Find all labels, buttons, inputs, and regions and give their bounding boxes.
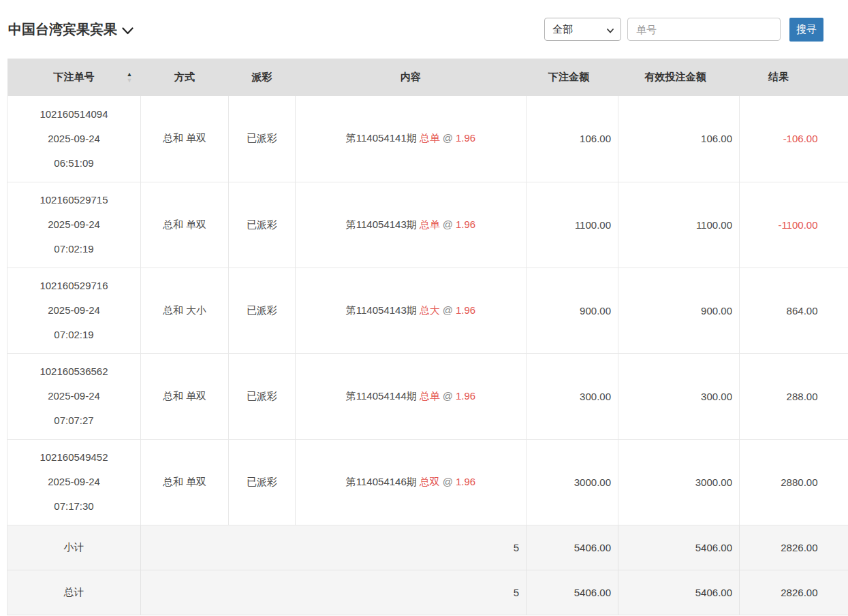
content-cell: 第114054143期总大@1.96	[296, 268, 527, 353]
subtotal-row: 小计 5 5406.00 5406.00 2826.00	[7, 525, 848, 570]
at-sign: @	[443, 390, 453, 402]
payout-status-cell: 已派彩	[229, 439, 296, 525]
column-header-content: 内容	[296, 59, 527, 96]
game-title-dropdown[interactable]: 中国台湾宾果宾果	[8, 20, 134, 39]
payout-status-cell: 已派彩	[229, 353, 296, 439]
search-controls: 全部 搜寻	[544, 18, 823, 42]
odds-value: 1.96	[456, 390, 475, 402]
total-result: 2826.00	[740, 570, 848, 615]
status-filter-value: 全部	[552, 23, 573, 36]
chevron-down-icon	[122, 27, 134, 35]
valid-amount-cell: 900.00	[618, 268, 740, 353]
issue-number: 第114054143期	[346, 218, 417, 230]
content-cell: 第114054144期总单@1.96	[296, 353, 527, 439]
total-bet-amount: 5406.00	[527, 570, 618, 615]
valid-amount-cell: 1100.00	[618, 182, 740, 268]
content-cell: 第114054143期总单@1.96	[296, 182, 527, 268]
total-valid-amount: 5406.00	[618, 570, 740, 615]
bet-amount-cell: 300.00	[527, 353, 618, 439]
bet-order-cell: 102160536562 2025-09-24 07:07:27	[7, 353, 141, 439]
bet-date: 2025-09-24	[7, 384, 140, 408]
bet-order-cell: 102160514094 2025-09-24 06:51:09	[7, 96, 141, 182]
total-label: 总计	[7, 570, 141, 615]
order-number: 102160536562	[7, 359, 140, 384]
bet-order-cell: 102160549452 2025-09-24 07:17:30	[7, 439, 141, 525]
sort-control[interactable]: ▲ ▼	[127, 71, 133, 84]
bet-amount-cell: 106.00	[527, 96, 618, 182]
status-filter-select[interactable]: 全部	[544, 18, 621, 41]
column-header-method: 方式	[141, 59, 229, 96]
table-row: 102160529715 2025-09-24 07:02:19 总和 单双 已…	[7, 182, 848, 268]
bet-time: 07:02:19	[7, 323, 140, 347]
method-cell: 总和 大小	[141, 268, 229, 353]
total-row: 总计 5 5406.00 5406.00 2826.00	[7, 570, 848, 615]
table-row: 102160514094 2025-09-24 06:51:09 总和 单双 已…	[7, 96, 848, 182]
table-row: 102160529716 2025-09-24 07:02:19 总和 大小 已…	[7, 268, 848, 353]
select-chevron-icon	[607, 24, 614, 35]
method-cell: 总和 单双	[141, 353, 229, 439]
subtotal-valid-amount: 5406.00	[618, 525, 740, 570]
odds-value: 1.96	[456, 132, 475, 144]
valid-amount-cell: 300.00	[618, 353, 740, 439]
bet-date: 2025-09-24	[7, 470, 140, 494]
subtotal-result: 2826.00	[740, 525, 848, 570]
bet-order-cell: 102160529716 2025-09-24 07:02:19	[7, 268, 141, 353]
at-sign: @	[443, 476, 453, 487]
order-number: 102160514094	[7, 102, 140, 127]
table-row: 102160549452 2025-09-24 07:17:30 总和 单双 已…	[7, 439, 848, 525]
issue-number: 第114054143期	[346, 304, 417, 316]
result-cell: 2880.00	[740, 439, 848, 525]
bet-amount-cell: 900.00	[527, 268, 618, 353]
payout-status-cell: 已派彩	[229, 268, 296, 353]
order-number: 102160549452	[7, 445, 140, 470]
column-header-result: 结果	[740, 59, 848, 96]
bet-time: 07:07:27	[7, 408, 140, 433]
content-cell: 第114054146期总双@1.96	[296, 439, 527, 525]
issue-number: 第114054146期	[346, 476, 417, 487]
bet-option: 总单	[420, 132, 440, 144]
total-count: 5	[141, 570, 527, 615]
method-cell: 总和 单双	[141, 96, 229, 182]
order-number-input[interactable]	[627, 18, 781, 41]
result-cell: 864.00	[740, 268, 848, 353]
payout-status-cell: 已派彩	[229, 182, 296, 268]
search-button[interactable]: 搜寻	[789, 18, 823, 42]
bet-records-table: 下注单号 ▲ ▼ 方式 派彩 内容 下注金额 有效投注金额 结果 1021605…	[7, 59, 848, 615]
content-cell: 第114054141期总单@1.96	[296, 96, 527, 182]
valid-amount-cell: 3000.00	[618, 439, 740, 525]
bet-time: 07:17:30	[7, 494, 140, 519]
bet-option: 总单	[420, 390, 440, 402]
subtotal-label: 小计	[7, 525, 141, 570]
column-header-payout: 派彩	[229, 59, 296, 96]
bet-option: 总大	[420, 304, 440, 316]
column-header-valid-amount: 有效投注金额	[618, 59, 740, 96]
table-row: 102160536562 2025-09-24 07:07:27 总和 单双 已…	[7, 353, 848, 439]
result-cell: -1100.00	[740, 182, 848, 268]
issue-number: 第114054144期	[346, 390, 417, 402]
table-header-row: 下注单号 ▲ ▼ 方式 派彩 内容 下注金额 有效投注金额 结果	[7, 59, 848, 96]
subtotal-bet-amount: 5406.00	[527, 525, 618, 570]
order-number: 102160529715	[7, 188, 140, 212]
bet-order-cell: 102160529715 2025-09-24 07:02:19	[7, 182, 141, 268]
issue-number: 第114054141期	[346, 132, 417, 144]
odds-value: 1.96	[456, 476, 475, 487]
bet-date: 2025-09-24	[7, 212, 140, 237]
method-cell: 总和 单双	[141, 182, 229, 268]
sort-desc-icon: ▼	[127, 78, 133, 84]
page-title: 中国台湾宾果宾果	[8, 20, 117, 39]
bet-option: 总单	[420, 218, 440, 230]
at-sign: @	[443, 218, 453, 230]
column-header-order-no[interactable]: 下注单号 ▲ ▼	[7, 59, 141, 96]
result-cell: 288.00	[740, 353, 848, 439]
at-sign: @	[443, 132, 453, 144]
bet-amount-cell: 3000.00	[527, 439, 618, 525]
column-header-bet-amount: 下注金额	[527, 59, 618, 96]
bet-time: 07:02:19	[7, 237, 140, 261]
odds-value: 1.96	[456, 218, 475, 230]
bet-date: 2025-09-24	[7, 298, 140, 323]
at-sign: @	[443, 304, 453, 316]
bet-option: 总双	[420, 476, 440, 487]
subtotal-count: 5	[141, 525, 527, 570]
payout-status-cell: 已派彩	[229, 96, 296, 182]
order-number: 102160529716	[7, 274, 140, 298]
